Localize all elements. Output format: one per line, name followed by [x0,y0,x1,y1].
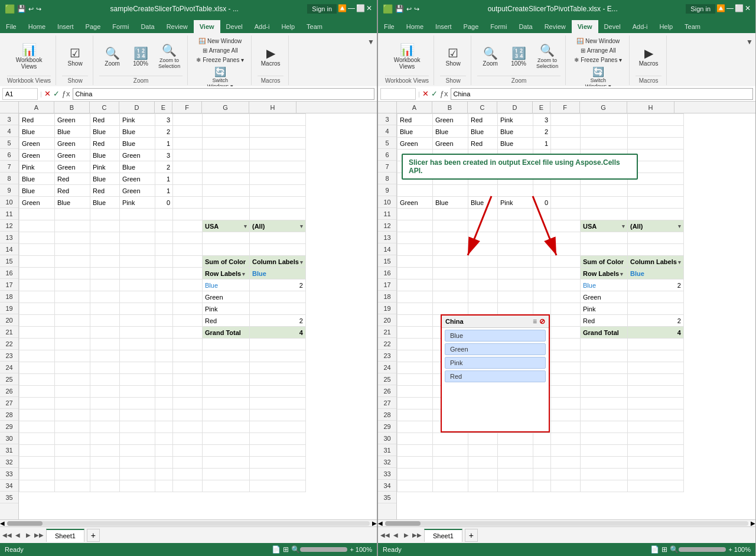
insert-function-icon-left[interactable]: ƒx [62,89,70,98]
tab-file-left[interactable]: File [0,20,22,33]
page-layout-icon-left[interactable]: 📄 [272,545,281,554]
tab-nav-last-right[interactable]: ▶▶ [412,531,422,540]
ribbon-collapse-right[interactable]: 🔼 [716,4,725,14]
col-header-f-left[interactable]: F [172,102,202,113]
new-sheet-btn-right[interactable]: + [465,529,478,542]
ribbon-collapse-left[interactable]: 🔼 [338,4,347,14]
col-header-h-left[interactable]: H [249,102,296,113]
col-header-e-right[interactable]: E [533,102,550,113]
tab-nav-next-right[interactable]: ▶ [402,531,411,540]
col-header-g-left[interactable]: G [202,102,249,113]
tab-data-left[interactable]: Data [135,20,160,33]
restore-left[interactable]: ⬜ [356,4,365,14]
page-layout-icon-right[interactable]: 📄 [650,545,659,554]
zoom-in-icon-right[interactable]: 🔍 [670,545,679,554]
tab-nav-first-left[interactable]: ◀◀ [2,531,12,540]
normal-view-icon-left[interactable]: ⊞ [283,545,289,554]
left-grid-scroll[interactable]: Red Green Red Pink 3 Blue [19,113,377,519]
col-header-f-right[interactable]: F [550,102,580,113]
col-header-a-left[interactable]: A [19,102,54,113]
tab-file-right[interactable]: File [378,20,400,33]
cancel-formula-icon-left[interactable]: ✕ [44,89,51,98]
toolbar-undo-left[interactable]: ↩ [28,5,34,13]
right-name-box[interactable] [380,88,416,100]
zoom-btn-right[interactable]: 🔍 Zoom [477,45,503,68]
col-header-d-left[interactable]: D [119,102,155,113]
right-formula-input[interactable] [451,88,753,100]
col-header-h-right[interactable]: H [627,102,674,113]
col-header-b-left[interactable]: B [54,102,90,113]
zoom-selection-btn-left[interactable]: 🔍 Zoom toSelection [156,42,183,70]
tab-nav-next-left[interactable]: ▶ [24,531,33,540]
col-header-b-right[interactable]: B [432,102,468,113]
tab-help-right[interactable]: Help [653,20,679,33]
tab-page-right[interactable]: Page [458,20,485,33]
arrange-all-btn-right[interactable]: ⊞ Arrange All [578,46,618,55]
ribbon-expand-left[interactable]: ▼ [367,38,374,46]
freeze-panes-btn-right[interactable]: ❄ Freeze Panes ▾ [572,56,624,64]
col-header-c-left[interactable]: C [90,102,119,113]
freeze-panes-btn-left[interactable]: ❄ Freeze Panes ▾ [194,56,246,64]
tab-addi-left[interactable]: Add-i [249,20,276,33]
col-header-c-right[interactable]: C [468,102,497,113]
col-header-g-right[interactable]: G [580,102,627,113]
tab-home-left[interactable]: Home [22,20,51,33]
zoom-100-btn-right[interactable]: 🔢 100% [506,45,532,68]
show-btn-left[interactable]: ☑ Show [62,45,88,68]
tab-team-right[interactable]: Team [679,20,706,33]
new-sheet-btn-left[interactable]: + [87,529,100,542]
sheet-tab-sheet1-right[interactable]: Sheet1 [424,529,462,542]
new-window-btn-left[interactable]: 🪟 New Window [196,37,244,45]
tab-review-right[interactable]: Review [539,20,572,33]
tab-data-right[interactable]: Data [513,20,538,33]
slicer-item-green[interactable]: Green [445,343,546,355]
normal-view-icon-right[interactable]: ⊞ [662,545,667,554]
confirm-formula-icon-right[interactable]: ✓ [431,89,438,98]
toolbar-undo-right[interactable]: ↩ [406,5,412,13]
tab-team-left[interactable]: Team [301,20,328,33]
slicer-item-pink[interactable]: Pink [445,357,546,369]
slicer-item-blue[interactable]: Blue [445,330,546,342]
insert-function-icon-right[interactable]: ƒx [440,89,448,98]
col-header-a-right[interactable]: A [397,102,432,113]
close-right[interactable]: ✕ [745,4,751,14]
tab-page-left[interactable]: Page [80,20,107,33]
left-name-box[interactable] [2,88,38,100]
zoom-100-btn-left[interactable]: 🔢 100% [128,45,154,68]
tab-addi-right[interactable]: Add-i [627,20,654,33]
left-formula-input[interactable] [73,88,374,100]
zoom-selection-btn-right[interactable]: 🔍 Zoom toSelection [534,42,561,70]
tab-help-left[interactable]: Help [275,20,301,33]
tab-nav-prev-right[interactable]: ◀ [391,531,400,540]
zoom-in-icon-left[interactable]: 🔍 [291,545,300,554]
show-btn-right[interactable]: ☑ Show [440,45,466,68]
tab-devel-left[interactable]: Devel [220,20,249,33]
sign-in-right[interactable]: Sign in [686,4,715,14]
confirm-formula-icon-left[interactable]: ✓ [53,89,60,98]
new-window-btn-right[interactable]: 🪟 New Window [574,37,622,45]
workbook-views-btn-right[interactable]: 📊 WorkbookViews [392,41,423,71]
right-h-scrollbar[interactable]: ◀ ▶ [378,519,755,526]
col-header-d-right[interactable]: D [497,102,533,113]
zoom-btn-left[interactable]: 🔍 Zoom [99,45,125,68]
restore-right[interactable]: ⬜ [735,4,744,14]
tab-nav-last-left[interactable]: ▶▶ [34,531,44,540]
tab-insert-right[interactable]: Insert [429,20,458,33]
toolbar-save-right[interactable]: 💾 [395,5,404,13]
tab-home-right[interactable]: Home [400,20,429,33]
tab-view-right[interactable]: View [572,20,598,33]
ribbon-expand-right[interactable]: ▼ [746,38,753,46]
toolbar-save-left[interactable]: 💾 [17,5,26,13]
tab-devel-right[interactable]: Devel [598,20,627,33]
macros-btn-left[interactable]: ▶ Macros [258,45,284,68]
minimize-right[interactable]: — [726,4,734,14]
tab-view-left[interactable]: View [194,20,220,33]
toolbar-redo-right[interactable]: ↪ [414,5,419,13]
zoom-slider-right[interactable] [679,547,726,552]
tab-insert-left[interactable]: Insert [51,20,80,33]
tab-formi-right[interactable]: Formi [484,20,513,33]
workbook-views-btn-left[interactable]: 📊 WorkbookViews [14,41,45,71]
tab-nav-first-right[interactable]: ◀◀ [380,531,390,540]
minimize-left[interactable]: — [348,4,355,14]
toolbar-redo-left[interactable]: ↪ [36,5,41,13]
